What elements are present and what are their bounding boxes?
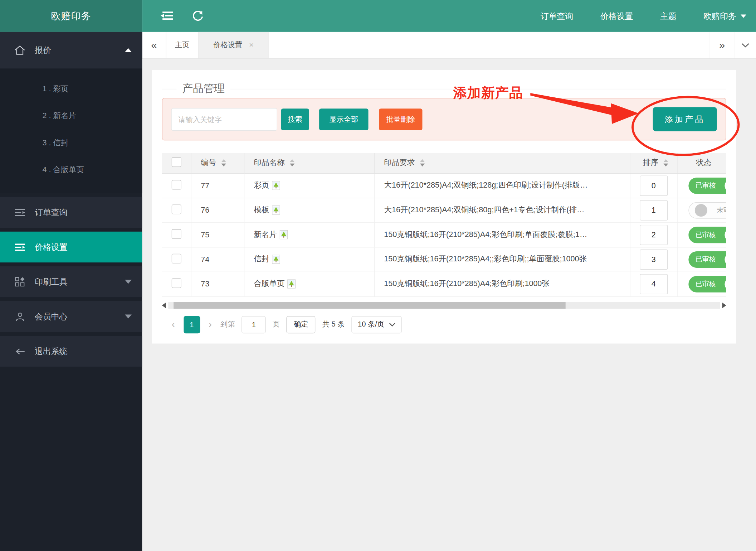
caret-down-icon	[125, 280, 132, 284]
topbar-main: 订单查询 价格设置 主题 欧赔印务	[142, 0, 756, 32]
header-id[interactable]: 编号	[191, 153, 244, 173]
header-name[interactable]: 印品名称	[244, 153, 374, 173]
total-count-label: 共 5 条	[322, 320, 345, 329]
caret-up-icon	[125, 48, 132, 52]
add-product-button[interactable]: 添加产品	[653, 107, 717, 131]
prev-page-icon[interactable]: ‹	[170, 319, 177, 330]
status-toggle[interactable]: 已审核	[688, 177, 726, 194]
topbar-nav: 订单查询 价格设置 主题 欧赔印务	[541, 10, 746, 21]
sidebar-item-member-center[interactable]: 会员中心	[0, 301, 142, 332]
sort-value-input[interactable]	[640, 224, 668, 245]
sidebar-item-label: 价格设置	[35, 241, 68, 252]
close-icon[interactable]: ×	[249, 40, 254, 50]
row-checkbox[interactable]	[171, 253, 181, 263]
image-thumbnail-icon[interactable]	[272, 255, 280, 264]
cell-requirement: 150克铜版纸;16开(210*285)A4;彩色印刷;单面覆膜;覆膜;1…	[384, 229, 630, 240]
tabs-scroll-right-icon[interactable]: »	[710, 32, 734, 58]
cell-id: 77	[191, 173, 244, 198]
status-toggle[interactable]: 已审核	[688, 276, 726, 292]
cell-name: 信封	[254, 254, 269, 264]
submenu-item-combined-sheet[interactable]: 4 . 合版单页	[0, 156, 142, 183]
sort-icon[interactable]	[663, 159, 668, 166]
tabs-scroll-left-icon[interactable]: «	[142, 32, 166, 58]
sort-value-input[interactable]	[640, 249, 668, 270]
toggle-knob	[694, 204, 707, 216]
sidebar-item-logout[interactable]: 退出系统	[0, 336, 142, 367]
chevron-down-icon	[741, 14, 746, 18]
status-toggle[interactable]: 已审核	[688, 251, 726, 267]
goto-page-input[interactable]	[242, 316, 266, 333]
screenshot-stage: 欧赔印务 订单查询 价格设置 主题	[0, 0, 756, 551]
show-all-button[interactable]: 显示全部	[319, 108, 368, 130]
app-viewport: 欧赔印务 订单查询 价格设置 主题	[0, 0, 756, 551]
status-toggle[interactable]: 已审核	[688, 227, 726, 243]
status-badge: 已审核	[696, 280, 716, 288]
select-all-checkbox[interactable]	[171, 157, 181, 167]
scroll-left-arrow-icon[interactable]	[162, 302, 166, 308]
pagination: ‹ 1 › 到第 页 确定 共 5 条 10 条/页	[162, 316, 726, 333]
tabbar: « 主页 价格设置 × »	[142, 32, 756, 59]
page-body: 产品管理 搜索 显示全部 批量删除 添加产品	[142, 59, 756, 551]
refresh-icon[interactable]	[192, 10, 203, 21]
search-button[interactable]: 搜索	[281, 108, 309, 130]
status-badge: 已审核	[696, 230, 716, 239]
sort-value-input[interactable]	[640, 200, 668, 221]
row-checkbox[interactable]	[171, 278, 181, 288]
row-checkbox[interactable]	[171, 204, 181, 214]
status-toggle[interactable]: 未审核	[688, 202, 726, 218]
batch-delete-button[interactable]: 批量删除	[379, 108, 422, 130]
table-row: 74 信封 150克铜版纸;16开(210*285)A4;;彩色印刷;;单面覆膜…	[162, 247, 726, 272]
row-checkbox[interactable]	[171, 180, 181, 189]
sidebar-toggle-icon[interactable]	[161, 11, 174, 21]
image-thumbnail-icon[interactable]	[279, 230, 288, 240]
image-thumbnail-icon[interactable]	[287, 279, 295, 289]
user-menu[interactable]: 欧赔印务	[703, 10, 746, 21]
sort-icon[interactable]	[289, 159, 294, 166]
scrollbar-thumb[interactable]	[174, 302, 566, 309]
cell-requirement: 大16开(210*285)A4;双铜纸;128g;四色印刷;设计制作(排版…	[384, 180, 630, 190]
submenu-item-business-card[interactable]: 2 . 新名片	[0, 102, 142, 129]
submenu-item-envelope[interactable]: 3 . 信封	[0, 129, 142, 156]
submenu-item-color-page[interactable]: 1 . 彩页	[0, 75, 142, 102]
sort-value-input[interactable]	[640, 175, 668, 196]
sort-icon[interactable]	[420, 159, 424, 166]
nav-order-query[interactable]: 订单查询	[541, 10, 574, 21]
tabs-menu-chevron-icon[interactable]	[734, 32, 756, 58]
sidebar-item-price-setting[interactable]: 价格设置	[0, 232, 142, 262]
row-checkbox[interactable]	[171, 229, 181, 238]
header-requirement[interactable]: 印品要求	[374, 153, 631, 173]
goto-label: 到第	[220, 320, 235, 329]
card-legend: 产品管理	[162, 70, 726, 96]
tabbar-spacer	[269, 32, 710, 58]
tab-home[interactable]: 主页	[166, 32, 199, 58]
sidebar-item-print-tools[interactable]: 印刷工具	[0, 266, 142, 297]
sort-icon[interactable]	[221, 159, 226, 166]
cell-name: 新名片	[254, 229, 277, 240]
confirm-button[interactable]: 确定	[287, 316, 316, 333]
status-badge: 未审核	[717, 206, 726, 214]
sidebar-item-label: 订单查询	[35, 207, 68, 218]
next-page-icon[interactable]: ›	[207, 319, 214, 330]
header-status: 状态	[677, 153, 726, 173]
sort-value-input[interactable]	[640, 274, 668, 294]
page-number-button[interactable]: 1	[184, 316, 200, 333]
image-thumbnail-icon[interactable]	[272, 181, 280, 190]
sidebar-item-quote[interactable]: 报价	[0, 32, 142, 68]
grid-icon	[14, 277, 26, 287]
sidebar-item-label: 报价	[35, 45, 51, 56]
quote-submenu: 1 . 彩页 2 . 新名片 3 . 信封 4 . 合版单页	[0, 68, 142, 193]
page-unit-label: 页	[273, 320, 280, 329]
sidebar-item-order-query[interactable]: 订单查询	[0, 197, 142, 228]
product-table-container: 编号 印品名称	[162, 153, 726, 296]
header-sort[interactable]: 排序	[631, 153, 678, 173]
page-size-select[interactable]: 10 条/页	[351, 316, 401, 333]
image-thumbnail-icon[interactable]	[272, 206, 280, 215]
search-input[interactable]	[171, 108, 277, 130]
nav-theme[interactable]: 主题	[660, 10, 677, 21]
cell-id: 74	[191, 247, 244, 272]
scroll-right-arrow-icon[interactable]	[722, 302, 726, 308]
scrollbar-track[interactable]	[168, 302, 720, 309]
list-icon	[14, 243, 26, 251]
tab-price-setting[interactable]: 价格设置 ×	[199, 32, 269, 58]
nav-price-setting[interactable]: 价格设置	[600, 10, 633, 21]
